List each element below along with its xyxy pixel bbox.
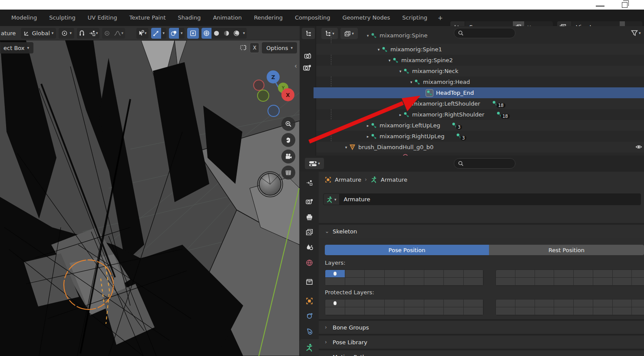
layer-cell[interactable] <box>632 270 644 278</box>
breadcrumb-object[interactable]: Armature <box>335 176 361 183</box>
tab-modeling[interactable]: Modeling <box>5 12 43 24</box>
expand-arrow[interactable]: ▾ <box>365 33 371 38</box>
shading-solid-button[interactable] <box>211 28 221 39</box>
editor-type-button[interactable] <box>302 28 315 39</box>
protected-layers-grid-left[interactable] <box>325 299 484 316</box>
protected-layers-grid-right[interactable] <box>495 299 644 316</box>
eye-icon[interactable] <box>635 143 642 150</box>
expand-arrow[interactable]: ▸ <box>397 102 403 106</box>
layer-cell[interactable] <box>613 278 632 286</box>
expand-arrow[interactable]: ▾ <box>408 80 414 84</box>
layer-cell[interactable] <box>404 307 424 315</box>
gizmo-settings-dropdown[interactable]: ▾ <box>161 28 167 39</box>
layer-cell[interactable] <box>444 299 464 307</box>
layer-cell[interactable] <box>554 299 574 307</box>
navigation-gizmo[interactable]: Y Z X <box>243 53 300 193</box>
layer-cell[interactable] <box>424 307 444 315</box>
panel-pose-library[interactable]: › Pose Library <box>319 336 644 349</box>
active-tool-button[interactable]: ect Box▾ <box>0 42 33 53</box>
expand-arrow[interactable]: ▸ <box>365 123 371 128</box>
layer-cell[interactable] <box>404 278 424 286</box>
layer-cell[interactable] <box>345 307 365 315</box>
tab-physics[interactable] <box>300 308 319 323</box>
layer-cell[interactable] <box>574 270 593 278</box>
proportional-edit-toggle[interactable] <box>102 28 112 39</box>
layer-cell[interactable] <box>535 270 555 278</box>
layer-cell[interactable] <box>464 307 484 315</box>
properties-editor-type-button[interactable]: ▾ <box>305 158 324 169</box>
layer-cell[interactable] <box>593 299 613 307</box>
transform-orientation-dropdown[interactable]: Global▾ <box>21 28 56 39</box>
layer-cell[interactable] <box>613 299 632 307</box>
layer-cell[interactable] <box>496 299 515 307</box>
layer-cell[interactable] <box>424 278 444 286</box>
tree-row[interactable]: ▾ mixamorig:Head <box>316 77 644 87</box>
layer-cell[interactable] <box>464 270 484 278</box>
tab-geometry-nodes[interactable]: Geometry Nodes <box>337 12 396 24</box>
tab-object[interactable] <box>300 293 319 308</box>
expand-arrow[interactable]: ▸ <box>397 113 403 117</box>
layer-cell[interactable] <box>325 299 345 307</box>
show-gizmo-toggle[interactable] <box>151 28 161 39</box>
proportional-falloff-dropdown[interactable]: ▾ <box>112 28 125 39</box>
layer-cell[interactable] <box>365 270 385 278</box>
layer-cell[interactable] <box>325 270 345 278</box>
layer-cell[interactable] <box>496 278 515 286</box>
layer-cell[interactable] <box>444 307 464 315</box>
tab-object-data-active[interactable] <box>300 339 319 356</box>
breadcrumb-data[interactable]: Armature <box>381 176 407 183</box>
layer-cell[interactable] <box>424 270 444 278</box>
tree-row[interactable]: ▸ mixamorig:RightShoulder 18 <box>316 109 644 120</box>
camera-icon[interactable] <box>304 52 311 60</box>
expand-arrow[interactable]: ▸ <box>365 134 371 139</box>
armature-name-field[interactable]: Armature <box>340 193 641 205</box>
shading-material-button[interactable] <box>221 28 231 39</box>
object-visibility-dropdown[interactable]: ▾ <box>136 28 149 39</box>
expand-arrow[interactable]: ▾ <box>376 47 382 52</box>
panel-skeleton-header[interactable]: ⌄ Skeleton <box>319 225 644 238</box>
expand-arrow[interactable]: ▾ <box>343 145 349 150</box>
panel-bone-groups[interactable]: › Bone Groups <box>319 321 644 334</box>
tab-scene[interactable] <box>300 240 319 254</box>
armature-browse-button[interactable]: ▾ <box>323 193 340 205</box>
layer-cell[interactable] <box>385 299 405 307</box>
layer-cell[interactable] <box>365 278 385 286</box>
layer-cell[interactable] <box>444 270 464 278</box>
layer-cell[interactable] <box>365 299 385 307</box>
layer-cell[interactable] <box>632 278 644 286</box>
tab-render[interactable] <box>300 194 319 209</box>
axis-minus-x-ball[interactable] <box>254 80 264 90</box>
tree-row[interactable]: ▾ brush_DiamondHull_g0_b0 <box>316 142 644 153</box>
layer-cell[interactable] <box>464 278 484 286</box>
tab-uv-editing[interactable]: UV Editing <box>82 12 123 24</box>
rest-position-button[interactable]: Rest Position <box>489 245 644 255</box>
shading-dropdown[interactable]: ▾ <box>241 28 247 39</box>
options-dropdown[interactable]: Options▾ <box>262 42 297 53</box>
layer-cell[interactable] <box>345 299 365 307</box>
layer-cell[interactable] <box>404 270 424 278</box>
tab-sculpting[interactable]: Sculpting <box>43 12 82 24</box>
sidebar-collapse-arrow[interactable]: ‹ <box>294 62 297 70</box>
tab-collection[interactable] <box>300 274 319 289</box>
pivot-point-dropdown[interactable]: ▾ <box>59 28 74 39</box>
layer-cell[interactable] <box>515 270 535 278</box>
layer-cell[interactable] <box>613 307 632 315</box>
tree-row[interactable]: ▸ mixamorig:LeftUpLeg 3 <box>316 120 644 131</box>
tree-row[interactable] <box>316 153 644 156</box>
layer-cell[interactable] <box>496 307 515 315</box>
tab-shading[interactable]: Shading <box>172 12 207 24</box>
3d-viewport[interactable]: ect Box▾ X Options▾ Y Z X <box>0 40 300 356</box>
tab-compositing[interactable]: Compositing <box>289 12 337 24</box>
layer-cell[interactable] <box>515 307 535 315</box>
tab-animation[interactable]: Animation <box>207 12 248 24</box>
mirror-x-toggle[interactable]: X <box>250 43 259 53</box>
layer-cell[interactable] <box>535 278 555 286</box>
layer-cell[interactable] <box>515 278 535 286</box>
tab-scripting[interactable]: Scripting <box>396 12 433 24</box>
layer-cell[interactable] <box>593 270 613 278</box>
tab-output[interactable] <box>300 210 319 224</box>
armature-layers-grid-left[interactable] <box>325 269 484 286</box>
layer-cell[interactable] <box>345 270 365 278</box>
tab-texture-paint[interactable]: Texture Paint <box>123 12 172 24</box>
snap-settings-dropdown[interactable]: ▾ <box>87 28 100 39</box>
